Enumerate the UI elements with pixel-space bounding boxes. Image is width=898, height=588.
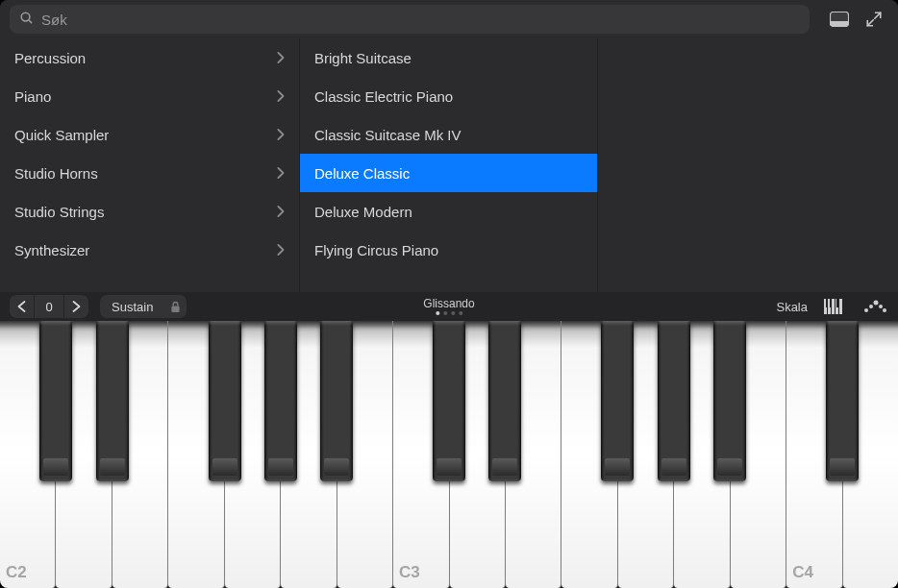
black-key[interactable] bbox=[601, 321, 634, 481]
svg-point-17 bbox=[879, 305, 883, 308]
category-label: Quick Sampler bbox=[14, 127, 109, 143]
category-label: Studio Horns bbox=[14, 165, 98, 182]
chevron-right-icon bbox=[277, 242, 285, 258]
category-item[interactable]: Synthesizer bbox=[0, 231, 299, 269]
preset-item[interactable]: Classic Suitcase Mk IV bbox=[300, 115, 597, 154]
lock-icon bbox=[170, 301, 181, 313]
arpeggiator-icon[interactable] bbox=[861, 295, 888, 318]
category-item[interactable]: Quick Sampler bbox=[0, 115, 299, 154]
svg-rect-3 bbox=[831, 21, 848, 26]
note-label: C3 bbox=[399, 563, 420, 582]
category-item[interactable]: Piano bbox=[0, 77, 299, 115]
preset-item[interactable]: Classic Electric Piano bbox=[300, 77, 597, 115]
chevron-right-icon bbox=[277, 50, 285, 66]
search-field-wrap[interactable] bbox=[10, 5, 810, 34]
scale-button[interactable]: Skala bbox=[776, 300, 808, 314]
svg-rect-10 bbox=[839, 299, 842, 314]
black-key[interactable] bbox=[658, 321, 690, 481]
keyboard-mode-indicator[interactable]: Glissando bbox=[423, 298, 474, 315]
category-item[interactable]: Percussion bbox=[0, 38, 299, 77]
keyboard-view-icon[interactable] bbox=[821, 295, 848, 318]
page-dot bbox=[436, 311, 439, 315]
octave-stepper: 0 bbox=[10, 295, 88, 318]
svg-point-15 bbox=[869, 305, 873, 308]
svg-point-14 bbox=[864, 308, 868, 312]
fullscreen-button[interactable] bbox=[860, 5, 888, 34]
preset-item[interactable]: Deluxe Classic bbox=[300, 154, 597, 192]
category-label: Piano bbox=[14, 88, 51, 105]
octave-up-button[interactable] bbox=[63, 295, 88, 318]
black-key[interactable] bbox=[488, 321, 521, 481]
category-label: Studio Strings bbox=[14, 204, 104, 220]
octave-value: 0 bbox=[35, 300, 63, 314]
preset-column: Bright SuitcaseClassic Electric PianoCla… bbox=[300, 38, 598, 292]
preset-item[interactable]: Flying Circus Piano bbox=[300, 231, 597, 269]
search-bar bbox=[0, 0, 898, 38]
svg-point-18 bbox=[883, 308, 886, 312]
sustain-toggle[interactable]: Sustain bbox=[100, 295, 187, 318]
keyboard-mode-label: Glissando bbox=[423, 298, 474, 309]
page-dot bbox=[459, 311, 462, 315]
keyboard-toolbar: 0 Sustain Glissando Skala bbox=[0, 292, 898, 321]
preset-item[interactable]: Bright Suitcase bbox=[300, 38, 597, 77]
preset-label: Classic Suitcase Mk IV bbox=[314, 127, 461, 143]
category-label: Percussion bbox=[14, 50, 86, 66]
search-icon bbox=[19, 11, 34, 29]
page-dot bbox=[451, 311, 455, 315]
octave-down-button[interactable] bbox=[10, 295, 35, 318]
black-key[interactable] bbox=[96, 321, 129, 481]
svg-rect-13 bbox=[836, 299, 838, 307]
instrument-browser: PercussionPianoQuick SamplerStudio Horns… bbox=[0, 38, 898, 292]
svg-point-16 bbox=[874, 301, 879, 306]
search-input[interactable] bbox=[41, 12, 800, 28]
preset-label: Bright Suitcase bbox=[314, 50, 412, 66]
black-key[interactable] bbox=[320, 321, 353, 481]
note-label: C2 bbox=[6, 563, 27, 582]
black-key[interactable] bbox=[826, 321, 859, 481]
page-dot bbox=[443, 311, 447, 315]
category-item[interactable]: Studio Horns bbox=[0, 154, 299, 192]
svg-rect-8 bbox=[832, 299, 835, 314]
svg-rect-4 bbox=[172, 306, 180, 311]
chevron-right-icon bbox=[277, 88, 285, 105]
chevron-right-icon bbox=[277, 127, 285, 143]
chevron-right-icon bbox=[277, 204, 285, 220]
svg-rect-12 bbox=[830, 299, 832, 307]
category-label: Synthesizer bbox=[14, 242, 89, 258]
black-key[interactable] bbox=[264, 321, 297, 481]
category-item[interactable]: Studio Strings bbox=[0, 192, 299, 231]
svg-point-0 bbox=[21, 12, 30, 21]
piano-keyboard[interactable]: C2C3C4 bbox=[0, 321, 898, 588]
black-key[interactable] bbox=[39, 321, 72, 481]
svg-line-1 bbox=[29, 20, 32, 23]
preset-label: Deluxe Classic bbox=[314, 165, 410, 182]
chevron-right-icon bbox=[277, 165, 285, 182]
preset-label: Classic Electric Piano bbox=[314, 88, 453, 105]
preset-item[interactable]: Deluxe Modern bbox=[300, 192, 597, 231]
preset-label: Deluxe Modern bbox=[314, 204, 412, 220]
black-key[interactable] bbox=[209, 321, 241, 481]
page-dots bbox=[436, 311, 462, 315]
note-label: C4 bbox=[792, 563, 813, 582]
sustain-label: Sustain bbox=[112, 300, 153, 314]
category-column: PercussionPianoQuick SamplerStudio Horns… bbox=[0, 38, 300, 292]
app-root: PercussionPianoQuick SamplerStudio Horns… bbox=[0, 0, 898, 588]
preset-label: Flying Circus Piano bbox=[314, 242, 438, 258]
view-mode-button[interactable] bbox=[825, 5, 854, 34]
svg-rect-11 bbox=[826, 299, 828, 307]
black-key[interactable] bbox=[713, 321, 746, 481]
black-key[interactable] bbox=[433, 321, 465, 481]
